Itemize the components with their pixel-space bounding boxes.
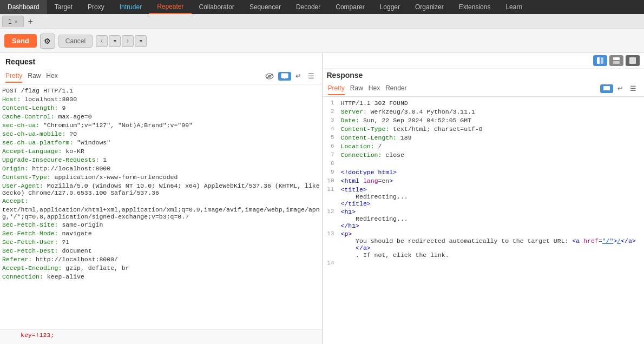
req-line-10: Origin: http://localhost:8000 xyxy=(0,164,322,173)
tab-label: 1 xyxy=(8,18,12,25)
tab-pretty-response[interactable]: Pretty xyxy=(328,82,345,95)
req-line-21: Connection: keep-alive xyxy=(0,273,322,281)
req-line-4: Cache-Control: max-age=0 xyxy=(0,113,322,121)
req-line-17: Sec-Fetch-User: ?1 xyxy=(0,238,322,247)
tab-render-response[interactable]: Render xyxy=(385,82,406,95)
tab-hex-response[interactable]: Hex xyxy=(369,82,380,95)
gear-icon: ⚙ xyxy=(44,37,51,45)
svg-rect-9 xyxy=(603,86,610,90)
newline-icon-request[interactable]: ↵ xyxy=(293,71,304,81)
res-line-12: 12 <h1> Redirecting...</h1> xyxy=(323,208,645,230)
req-line-20: Accept-Encoding: gzip, deflate, br xyxy=(0,264,322,273)
tab-1[interactable]: 1 × xyxy=(2,16,24,27)
top-nav: Dashboard Target Proxy Intruder Repeater… xyxy=(0,0,644,14)
res-line-7: 7 Connection: close xyxy=(323,151,645,160)
tab-add-button[interactable]: + xyxy=(24,15,37,28)
response-panel: Response Pretty Raw Hex Render ↵ ☰ 1 HTT… xyxy=(323,53,645,344)
forward-dropdown-button[interactable]: ▾ xyxy=(135,35,147,47)
tab-raw-response[interactable]: Raw xyxy=(350,82,363,95)
res-line-13: 13 <p> You should be redirected automati… xyxy=(323,230,645,259)
nav-arrows: ‹ ▾ › ▾ xyxy=(96,35,147,47)
view-split-horizontal-icon[interactable] xyxy=(609,55,623,66)
response-code-area: 1 HTTP/1.1 302 FOUND 2 Server: Werkzeug/… xyxy=(323,97,645,344)
svg-rect-5 xyxy=(601,57,603,64)
svg-rect-6 xyxy=(613,57,620,60)
req-line-6: sec-ch-ua-mobile: ?0 xyxy=(0,130,322,138)
view-split-vertical-icon[interactable] xyxy=(593,55,607,66)
response-header xyxy=(323,53,645,69)
send-button[interactable]: Send xyxy=(4,34,37,48)
svg-rect-7 xyxy=(613,61,620,64)
view-single-icon[interactable] xyxy=(626,55,640,66)
res-line-11: 11 <title> Redirecting...</title> xyxy=(323,186,645,208)
response-tabs: Pretty Raw Hex Render ↵ ☰ xyxy=(323,81,645,97)
nav-intruder[interactable]: Intruder xyxy=(112,0,149,14)
svg-rect-4 xyxy=(597,57,600,64)
back-button[interactable]: ‹ xyxy=(96,35,108,47)
req-line-15: Sec-Fetch-Site: same-origin xyxy=(0,221,322,229)
nav-dashboard[interactable]: Dashboard xyxy=(0,0,47,14)
req-line-7: sec-ch-ua-platform: "Windows" xyxy=(0,138,322,147)
svg-line-0 xyxy=(266,74,273,78)
nav-organizer[interactable]: Organizer xyxy=(408,0,451,14)
tab-pretty-request[interactable]: Pretty xyxy=(5,70,22,83)
request-tabs: Pretty Raw Hex ↵ ☰ xyxy=(0,68,322,84)
forward-button[interactable]: › xyxy=(122,35,134,47)
nav-repeater[interactable]: Repeater xyxy=(149,0,191,14)
req-line-5: sec-ch-ua: "Chromium";v="127", "Not)A;Br… xyxy=(0,121,322,130)
nav-target[interactable]: Target xyxy=(47,0,80,14)
nav-logger[interactable]: Logger xyxy=(372,0,408,14)
tab-bar: 1 × + xyxy=(0,14,644,29)
request-tab-actions: ↵ ☰ xyxy=(263,71,317,81)
req-line-12: User-Agent: Mozilla/5.0 (Windows NT 10.0… xyxy=(0,182,322,197)
res-line-3: 3 Date: Sun, 22 Sep 2024 04:52:05 GMT xyxy=(323,116,645,125)
tab-close-icon[interactable]: × xyxy=(15,19,18,25)
res-line-9: 9 <!doctype html> xyxy=(323,168,645,177)
menu-icon-request[interactable]: ☰ xyxy=(306,71,317,81)
main-area: Request Pretty Raw Hex ↵ ☰ POST /flag HT… xyxy=(0,53,644,344)
req-line-18: Sec-Fetch-Dest: document xyxy=(0,247,322,255)
newline-icon-response[interactable]: ↵ xyxy=(615,83,626,94)
req-line-1: POST /flag HTTP/1.1 xyxy=(0,87,322,95)
svg-rect-8 xyxy=(629,57,636,64)
nav-learn[interactable]: Learn xyxy=(498,0,530,14)
response-title: Response xyxy=(323,69,645,81)
nav-collaborator[interactable]: Collaborator xyxy=(192,0,242,14)
req-line-13: Accept: xyxy=(0,197,322,206)
request-body-text: key=!123; xyxy=(21,332,54,339)
req-line-8: Accept-Language: ko-KR xyxy=(0,147,322,156)
toolbar: Send ⚙ Cancel ‹ ▾ › ▾ xyxy=(0,29,644,53)
req-line-14: text/html,application/xhtml+xml,applicat… xyxy=(0,206,322,221)
res-line-4: 4 Content-Type: text/html; charset=utf-8 xyxy=(323,125,645,134)
nav-comparer[interactable]: Comparer xyxy=(328,0,372,14)
nav-sequencer[interactable]: Sequencer xyxy=(242,0,288,14)
eye-slash-icon[interactable] xyxy=(263,72,276,81)
tab-raw-request[interactable]: Raw xyxy=(28,70,41,83)
request-code-area[interactable]: POST /flag HTTP/1.1 Host: localhost:8000… xyxy=(0,84,322,329)
svg-rect-3 xyxy=(281,74,288,78)
cancel-button[interactable]: Cancel xyxy=(58,35,93,48)
res-line-10: 10 <html lang=en> xyxy=(323,177,645,186)
gear-button[interactable]: ⚙ xyxy=(40,34,55,49)
res-line-14: 14 xyxy=(323,259,645,268)
request-panel: Request Pretty Raw Hex ↵ ☰ POST /flag HT… xyxy=(0,53,323,344)
nav-extensions[interactable]: Extensions xyxy=(451,0,498,14)
nav-decoder[interactable]: Decoder xyxy=(288,0,328,14)
back-dropdown-button[interactable]: ▾ xyxy=(109,35,121,47)
req-line-16: Sec-Fetch-Mode: navigate xyxy=(0,229,322,238)
message-icon-response[interactable] xyxy=(600,84,613,93)
response-tab-actions: ↵ ☰ xyxy=(600,83,639,94)
req-line-9: Upgrade-Insecure-Requests: 1 xyxy=(0,156,322,164)
res-line-6: 6 Location: / xyxy=(323,142,645,151)
request-body-area[interactable]: key=!123; xyxy=(0,329,322,344)
tab-hex-request[interactable]: Hex xyxy=(46,70,57,83)
req-line-2: Host: localhost:8000 xyxy=(0,95,322,104)
menu-icon-response[interactable]: ☰ xyxy=(628,83,639,94)
req-line-3: Content-Length: 9 xyxy=(0,104,322,113)
req-line-19: Referer: http://localhost:8000/ xyxy=(0,255,322,264)
nav-proxy[interactable]: Proxy xyxy=(80,0,112,14)
message-icon-request[interactable] xyxy=(278,72,291,81)
request-title: Request xyxy=(0,53,322,68)
res-line-2: 2 Server: Werkzeug/3.0.4 Python/3.11.1 xyxy=(323,108,645,116)
res-line-8: 8 xyxy=(323,160,645,168)
